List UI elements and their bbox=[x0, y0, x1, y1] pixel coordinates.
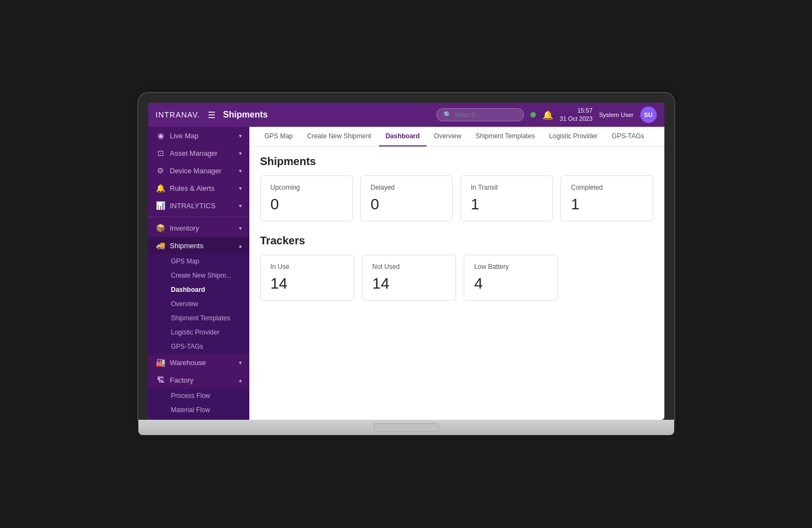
current-date: 31 Oct 2023 bbox=[560, 115, 593, 123]
sidebar-divider bbox=[148, 216, 249, 217]
sidebar-submenu-overview[interactable]: Overview bbox=[148, 297, 249, 311]
card-delayed-value: 0 bbox=[371, 196, 442, 213]
card-delayed: Delayed 0 bbox=[360, 175, 453, 221]
card-upcoming-label: Upcoming bbox=[271, 184, 342, 191]
asset-manager-icon: ⊡ bbox=[156, 149, 166, 157]
shipments-cards-row: Upcoming 0 Delayed 0 In Transit 1 bbox=[260, 175, 653, 221]
laptop-wrapper: INTRANAV. ☰ Shipments 🔍 🔔 15:57 31 Oct 2… bbox=[138, 93, 674, 435]
trackers-section-title: Trackers bbox=[260, 234, 653, 247]
shipments-submenu: GPS Map Create New Shipm... Dashboard Ov… bbox=[148, 254, 249, 354]
subnav-gps-map[interactable]: GPS Map bbox=[258, 127, 300, 146]
card-completed-label: Completed bbox=[571, 184, 642, 191]
sidebar-label-device-manager: Device Manager bbox=[170, 167, 235, 175]
sidebar-submenu-dashboard[interactable]: Dashboard bbox=[148, 283, 249, 297]
subnav-gps-tags[interactable]: GPS-TAGs bbox=[605, 127, 651, 146]
sidebar-item-inventory[interactable]: 📦 Inventory ▾ bbox=[148, 219, 249, 237]
chevron-down-icon: ▾ bbox=[239, 225, 242, 231]
chevron-down-icon: ▾ bbox=[239, 203, 242, 209]
search-icon: 🔍 bbox=[443, 111, 452, 119]
topbar-right: 🔍 🔔 15:57 31 Oct 2023 System User SU bbox=[436, 107, 657, 124]
card-in-transit: In Transit 1 bbox=[460, 175, 553, 221]
sidebar-item-live-map[interactable]: ◉ Live Map ▾ bbox=[148, 127, 249, 144]
device-manager-icon: ⚙ bbox=[156, 166, 166, 175]
chevron-down-icon: ▾ bbox=[239, 168, 242, 174]
sidebar-submenu-process-flow[interactable]: Process Flow bbox=[148, 389, 249, 403]
card-in-transit-label: In Transit bbox=[471, 184, 542, 191]
shipments-section-title: Shipments bbox=[260, 155, 653, 168]
chevron-down-icon: ▾ bbox=[239, 150, 242, 156]
card-spacer bbox=[565, 255, 653, 301]
time-info: 15:57 31 Oct 2023 bbox=[560, 107, 593, 124]
card-in-use-label: In Use bbox=[271, 263, 344, 271]
card-low-battery-value: 4 bbox=[474, 275, 547, 292]
live-map-icon: ◉ bbox=[156, 131, 166, 140]
factory-submenu: Process Flow Material Flow IndustryGPT bbox=[148, 389, 249, 420]
factory-icon: 🏗 bbox=[156, 376, 166, 384]
main-content: GPS Map Create New Shipment Dashboard Ov… bbox=[249, 127, 664, 420]
search-input[interactable] bbox=[455, 111, 517, 119]
subnav-create-new-shipment[interactable]: Create New Shipment bbox=[301, 127, 378, 146]
sidebar-submenu-gps-tags[interactable]: GPS-TAGs bbox=[148, 339, 249, 354]
sidebar-item-factory[interactable]: 🏗 Factory ▴ bbox=[148, 371, 249, 389]
trackers-section: Trackers In Use 14 Not Used 14 bbox=[260, 234, 653, 301]
sidebar-submenu-shipment-templates[interactable]: Shipment Templates bbox=[148, 311, 249, 325]
main-layout: ◉ Live Map ▾ ⊡ Asset Manager ▾ ⚙ Device … bbox=[148, 127, 664, 420]
card-in-use: In Use 14 bbox=[260, 255, 354, 301]
card-low-battery-label: Low Battery bbox=[474, 263, 547, 271]
sidebar-submenu-create-new-shipment[interactable]: Create New Shipm... bbox=[148, 268, 249, 283]
subnav-overview[interactable]: Overview bbox=[428, 127, 468, 146]
sub-nav: GPS Map Create New Shipment Dashboard Ov… bbox=[249, 127, 664, 146]
subnav-shipment-templates[interactable]: Shipment Templates bbox=[469, 127, 542, 146]
topbar: INTRANAV. ☰ Shipments 🔍 🔔 15:57 31 Oct 2… bbox=[148, 103, 664, 127]
screen-bezel: INTRANAV. ☰ Shipments 🔍 🔔 15:57 31 Oct 2… bbox=[138, 93, 674, 420]
subnav-logistic-provider[interactable]: Logistic Provider bbox=[542, 127, 604, 146]
sidebar-item-rules-alerts[interactable]: 🔔 Rules & Alerts ▾ bbox=[148, 179, 249, 197]
screen: INTRANAV. ☰ Shipments 🔍 🔔 15:57 31 Oct 2… bbox=[148, 103, 664, 420]
card-completed-value: 1 bbox=[571, 196, 642, 213]
card-low-battery: Low Battery 4 bbox=[464, 255, 558, 301]
bell-icon[interactable]: 🔔 bbox=[542, 110, 553, 120]
sidebar-item-device-manager[interactable]: ⚙ Device Manager ▾ bbox=[148, 162, 249, 179]
sidebar-label-factory: Factory bbox=[170, 376, 235, 384]
trackers-cards-row: In Use 14 Not Used 14 Low Battery 4 bbox=[260, 255, 653, 301]
logo-text: INTRA bbox=[156, 110, 182, 119]
chevron-up-icon: ▴ bbox=[239, 243, 242, 249]
sidebar-submenu-gps-map[interactable]: GPS Map bbox=[148, 254, 249, 268]
sidebar-item-shipments[interactable]: 🚚 Shipments ▴ bbox=[148, 237, 249, 254]
chevron-down-icon: ▾ bbox=[239, 360, 242, 366]
subnav-dashboard[interactable]: Dashboard bbox=[379, 127, 427, 146]
sidebar-item-asset-manager[interactable]: ⊡ Asset Manager ▾ bbox=[148, 144, 249, 162]
card-not-used: Not Used 14 bbox=[362, 255, 456, 301]
sidebar-label-shipments: Shipments bbox=[170, 242, 235, 250]
card-in-use-value: 14 bbox=[271, 275, 344, 292]
page-content: Shipments Upcoming 0 Delayed 0 bbox=[249, 146, 664, 322]
laptop-base bbox=[138, 420, 674, 435]
card-delayed-label: Delayed bbox=[371, 184, 442, 191]
sidebar-label-warehouse: Warehouse bbox=[170, 359, 235, 367]
topbar-title: Shipments bbox=[215, 110, 436, 120]
hamburger-icon[interactable]: ☰ bbox=[208, 110, 215, 120]
sidebar-submenu-logistic-provider[interactable]: Logistic Provider bbox=[148, 325, 249, 339]
user-name: System User bbox=[599, 112, 634, 118]
sidebar-item-intralytics[interactable]: 📊 INTRALYTICS ▾ bbox=[148, 197, 249, 214]
trackpad bbox=[373, 423, 439, 432]
inventory-icon: 📦 bbox=[156, 224, 166, 232]
app-logo: INTRANAV. bbox=[156, 110, 200, 119]
card-not-used-label: Not Used bbox=[372, 263, 446, 271]
user-avatar[interactable]: SU bbox=[640, 107, 657, 123]
sidebar-label-live-map: Live Map bbox=[170, 132, 235, 140]
sidebar-label-rules-alerts: Rules & Alerts bbox=[170, 184, 235, 192]
status-dot bbox=[530, 112, 536, 118]
warehouse-icon: 🏭 bbox=[156, 358, 166, 367]
intralytics-icon: 📊 bbox=[156, 201, 166, 210]
shipments-icon: 🚚 bbox=[156, 241, 166, 250]
chevron-up-icon: ▴ bbox=[239, 377, 242, 383]
card-upcoming: Upcoming 0 bbox=[260, 175, 353, 221]
sidebar: ◉ Live Map ▾ ⊡ Asset Manager ▾ ⚙ Device … bbox=[148, 127, 249, 420]
sidebar-item-warehouse[interactable]: 🏭 Warehouse ▾ bbox=[148, 354, 249, 371]
shipments-section: Shipments Upcoming 0 Delayed 0 bbox=[260, 155, 653, 221]
sidebar-submenu-industrygpt[interactable]: IndustryGPT bbox=[148, 417, 249, 420]
search-box[interactable]: 🔍 bbox=[436, 108, 524, 121]
sidebar-submenu-material-flow[interactable]: Material Flow bbox=[148, 403, 249, 417]
card-upcoming-value: 0 bbox=[271, 196, 342, 213]
